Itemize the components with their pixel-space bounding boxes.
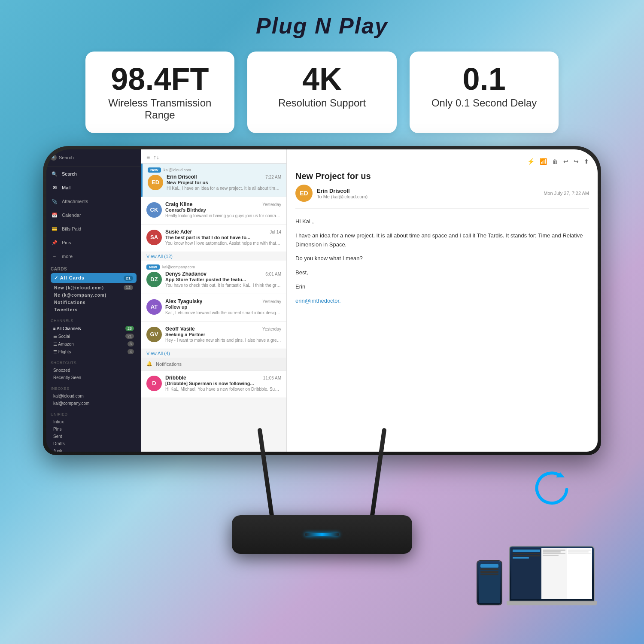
card-item-2[interactable]: Ne (k@company.com): [51, 292, 137, 299]
page-container: Plug N Play 98.4FT Wireless Transmission…: [0, 0, 644, 644]
channel-all[interactable]: ≡ All Channels 28: [51, 325, 137, 332]
card-item-3[interactable]: Notifications: [51, 299, 137, 306]
calendar-icon: 📅: [51, 211, 58, 219]
email-item-alex[interactable]: AT Alex Tyagulsky Yesterday Follow up Ka…: [141, 294, 286, 322]
email-time-1: 7:22 AM: [265, 175, 281, 179]
all-cards-count: 21: [124, 276, 133, 281]
avatar-denys: DZ: [146, 272, 162, 287]
email-item-geoff[interactable]: GV Geoff Vasile Yesterday Seeking a Part…: [141, 322, 286, 349]
email-content-header: New Project for us ED Erin Driscoll To M…: [295, 171, 589, 209]
avatar-erin: ED: [148, 175, 163, 190]
inbox-company[interactable]: kal@company.com: [51, 400, 137, 407]
feature-boxes: 98.4FT Wireless Transmission Range 4K Re…: [68, 52, 576, 133]
tv-screen-inner: 🔍 Search 🔍 Search ✉ Mail 📎: [46, 149, 598, 452]
email-subject-7: Seeking a Partner: [165, 332, 281, 337]
sidebar-nav-calendar[interactable]: 📅 Calendar: [46, 208, 141, 222]
view-all-12[interactable]: View All (12): [141, 252, 286, 261]
body-para-5: erin@imthedoctor.: [295, 297, 589, 306]
pin-icon: 📌: [51, 239, 58, 246]
email-meta-5: Denys Zhadanov 6:01 AM App Store Twitter…: [165, 271, 281, 288]
sender-name-1: Erin Driscoll: [167, 174, 197, 180]
sender-row-7: Geoff Vasile Yesterday: [165, 326, 281, 332]
sort-icon: ↑↓: [153, 154, 159, 161]
unified-sent[interactable]: Sent: [51, 433, 137, 440]
feature-delay: 0.1 Only 0.1 Second Delay: [410, 52, 559, 133]
unified-inbox[interactable]: Inbox: [51, 418, 137, 425]
sender-row-2: Craig Kline Yesterday: [165, 201, 281, 207]
avatar-dribbble: D: [146, 376, 162, 391]
bluetooth-icon[interactable]: ⚡: [527, 158, 535, 165]
device-box: [232, 515, 412, 554]
email-subject-1: New Project for us: [167, 180, 281, 185]
email-time-5: 6:01 AM: [265, 272, 281, 276]
delay-value: 0.1: [427, 64, 542, 94]
trash-icon[interactable]: 🗑: [552, 158, 558, 165]
inbox-icloud[interactable]: kal@icloud.com: [51, 392, 137, 400]
email-preview-1: Hi KaL, I have an idea for a new project…: [167, 186, 281, 191]
reply-icon[interactable]: ↩: [563, 158, 568, 165]
cards-section-title: CARDS: [51, 267, 137, 271]
sidebar-top: 🔍 Search: [46, 149, 141, 167]
email-from-email-5: kal@company.com: [162, 265, 195, 269]
sender-name-2: Craig Kline: [165, 201, 192, 207]
sidebar-nav-bills[interactable]: 💳 Bills Paid: [46, 222, 141, 236]
forward-icon[interactable]: ↪: [574, 158, 579, 165]
sender-row-6: Alex Tyagulsky Yesterday: [165, 298, 281, 304]
email-item-susie[interactable]: SA Susie Ader Jul 14 The best part is th…: [141, 225, 286, 252]
channel-social[interactable]: ☰ Social 21: [51, 332, 137, 340]
email-item-header-3: SA Susie Ader Jul 14 The best part is th…: [146, 229, 281, 246]
email-time-6: Yesterday: [262, 299, 281, 304]
from-info: Erin Driscoll To Me (kal@icloud.com): [317, 188, 539, 199]
email-subject-6: Follow up: [165, 304, 281, 310]
email-item-header-9: D Dribbble 11:05 AM [Dribbble] Superman …: [146, 375, 281, 392]
range-label: Wireless Transmission Range: [103, 97, 218, 121]
more-options-icon[interactable]: ⬆: [584, 158, 589, 165]
unified-junk[interactable]: Junk: [51, 447, 137, 452]
card-item-4[interactable]: Tweetters: [51, 306, 137, 313]
sidebar-nav-pins[interactable]: 📌 Pins: [46, 236, 141, 249]
unified-pins[interactable]: Pins: [51, 425, 137, 433]
email-meta-6: Alex Tyagulsky Yesterday Follow up KaL, …: [165, 298, 281, 315]
sidebar-nav-attachments[interactable]: 📎 Attachments: [46, 194, 141, 208]
email-from-inbox-label-5: New kal@company.com: [146, 265, 281, 269]
channel-flights[interactable]: ☰ Flights 4: [51, 348, 137, 355]
email-preview-7: Hey - I want to make new shirts and pins…: [165, 338, 281, 343]
email-item-erin[interactable]: New kal@icloud.com ED Erin Driscoll 7:22…: [141, 164, 286, 197]
avatar-susie: SA: [146, 230, 162, 245]
email-item-header-6: AT Alex Tyagulsky Yesterday Follow up Ka…: [146, 298, 281, 315]
sender-name-3: Susie Ader: [165, 229, 192, 235]
channel-social-label: Social: [58, 334, 70, 339]
inboxes-section: INBOXES kal@icloud.com kal@company.com: [46, 383, 141, 409]
email-item-denys[interactable]: New kal@company.com DZ Denys Zhadanov 6:…: [141, 261, 286, 294]
body-para-3: Best,: [295, 268, 589, 277]
unified-pins-label: Pins: [53, 427, 61, 431]
feature-resolution: 4K Resolution Support: [247, 52, 397, 133]
shortcut-recently-seen[interactable]: Recently Seen: [51, 374, 137, 381]
mail-nav-label: Mail: [62, 185, 70, 190]
unified-section-title: UNIFIED: [51, 412, 137, 416]
shortcut-snoozed[interactable]: Snoozed: [51, 367, 137, 374]
sidebar-nav-more[interactable]: ··· more: [46, 249, 141, 263]
mail-icon: ✉: [51, 184, 58, 191]
new-badge-5: New: [146, 264, 160, 270]
notifications-header: 🔔 Notifications: [141, 358, 286, 371]
view-all-4[interactable]: View All (4): [141, 349, 286, 358]
email-item-craig[interactable]: CK Craig Kline Yesterday Conrad's Birthd…: [141, 197, 286, 225]
channel-all-label: All Channels: [57, 326, 81, 331]
body-para-0: Hi KaL,: [295, 217, 589, 226]
wifi-icon[interactable]: 📶: [540, 158, 547, 165]
email-body: Hi KaL, I have an idea for a new project…: [295, 217, 589, 306]
shortcut-snoozed-label: Snoozed: [53, 368, 70, 373]
sender-name-6: Alex Tyagulsky: [165, 298, 202, 304]
card-item-1[interactable]: New (k@icloud.com) 12: [51, 284, 137, 292]
attachments-nav-label: Attachments: [62, 199, 88, 204]
unified-drafts[interactable]: Drafts: [51, 440, 137, 447]
channel-amazon[interactable]: ☰ Amazon 3: [51, 340, 137, 348]
unified-sent-label: Sent: [53, 434, 62, 439]
all-cards-item[interactable]: ✓ All Cards 21: [51, 273, 137, 283]
email-content-from: ED Erin Driscoll To Me (kal@icloud.com) …: [295, 185, 589, 202]
sidebar-nav-search[interactable]: 🔍 Search: [46, 167, 141, 181]
email-item-dribbble[interactable]: D Dribbble 11:05 AM [Dribbble] Superman …: [141, 371, 286, 398]
pins-nav-label: Pins: [62, 240, 71, 245]
sidebar-nav-mail[interactable]: ✉ Mail: [46, 181, 141, 194]
